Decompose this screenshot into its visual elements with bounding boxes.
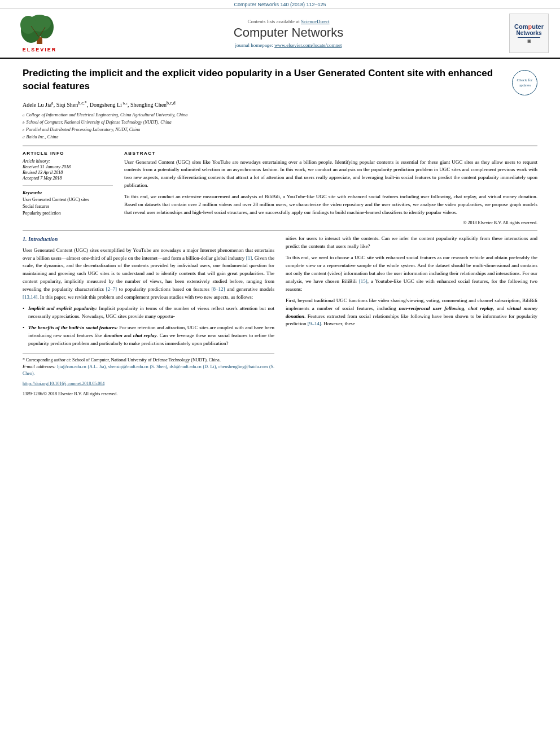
journal-header: ELSEVIER Contents lists available at Sci… [0, 9, 560, 59]
intro-para1: User Generated Content (UGC) sites exemp… [23, 247, 274, 302]
ref-13-14[interactable]: [13,14] [23, 294, 37, 300]
body-right-col: nities for users to interact with the co… [286, 235, 537, 398]
sciencedirect-line: Contents lists available at ScienceDirec… [79, 19, 498, 24]
footnote-emails: E-mail addresses: ljia@cau.edu.cn (A.L. … [23, 364, 274, 377]
journal-header-center: Contents lists available at ScienceDirec… [79, 19, 498, 48]
author-3: Dongsheng Li b,c, [90, 102, 130, 108]
right-col-para1: To this end, we need to choose a UGC sit… [286, 254, 537, 294]
paper-content: Predicting the implicit and the explicit… [0, 59, 560, 404]
affil-c: c Parallel and Distributed Processing La… [23, 126, 537, 134]
affil-d: d Baidu Inc., China [23, 134, 537, 141]
journal-logo-right: Computer Networks ▣ [509, 14, 549, 53]
article-info-heading: ARTICLE INFO [23, 151, 113, 156]
issn-text: 1389-1286/© 2018 Elsevier B.V. All right… [23, 391, 117, 396]
paper-title: Predicting the implicit and the explicit… [23, 67, 504, 93]
keywords-section: Keywords: User Generated Content (UGC) s… [23, 190, 113, 217]
affil-b: b School of Computer, National Universit… [23, 119, 537, 126]
keyword-1: User Generated Content (UGC) sites [23, 196, 113, 203]
abstract-text: User Generated Content (UGC) sites like … [124, 159, 537, 217]
elsevier-tree-icon [14, 15, 65, 46]
copyright: © 2018 Elsevier B.V. All rights reserved… [124, 220, 537, 225]
received-date: Received 31 January 2018 [23, 164, 113, 169]
journal-reference: Computer Networks 140 (2018) 112–125 [234, 2, 326, 7]
keywords-label: Keywords: [23, 190, 113, 195]
elsevier-logo: ELSEVIER [11, 15, 68, 53]
accepted-date: Accepted 7 May 2018 [23, 176, 113, 181]
doi-section: https://doi.org/10.1016/j.comnet.2018.05… [23, 381, 274, 387]
journal-name: Computer Networks [79, 25, 498, 40]
title-section: Predicting the implicit and the explicit… [23, 67, 537, 95]
page: Computer Networks 140 (2018) 112–125 ELS… [0, 0, 560, 404]
article-info-abstract: ARTICLE INFO Article history: Received 3… [23, 151, 537, 226]
svg-point-4 [20, 16, 36, 34]
history-heading: Article history: [23, 159, 113, 164]
keyword-3: Popularity prediction [23, 210, 113, 217]
ref-1[interactable]: [1] [246, 255, 252, 261]
authors-line: Adele Lu Jiaa, Siqi Shenb,c,*, Dongsheng… [23, 100, 537, 110]
keywords-list: User Generated Content (UGC) sites Socia… [23, 196, 113, 217]
email-links[interactable]: ljia@cau.edu.cn (A.L. Jia), shensiqi@nud… [23, 364, 274, 376]
intro-section-title: 1. Introduction [23, 235, 274, 244]
abstract-heading: ABSTRACT [124, 151, 537, 156]
footnote: * Corresponding author at: School of Com… [23, 353, 274, 377]
elsevier-label: ELSEVIER [23, 47, 57, 53]
abstract-col: ABSTRACT User Generated Content (UGC) si… [124, 151, 537, 226]
journal-homepage: journal homepage: www.elsevier.com/locat… [79, 42, 498, 48]
ref-9-14[interactable]: [9–14] [308, 321, 321, 326]
divider-1 [23, 146, 537, 146]
kw-divider [23, 185, 113, 186]
abstract-para2: To this end, we conduct an extensive mea… [124, 193, 537, 217]
author-4: Shengling Chenb,c,d [130, 102, 176, 108]
author-2: Siqi Shenb,c,*, [56, 102, 90, 108]
bullet-implicit-explicit: Implicit and explicit popularity: Implic… [23, 305, 274, 321]
affiliations: a College of Information and Electrical … [23, 112, 537, 141]
ref-15[interactable]: [15] [359, 278, 368, 284]
article-info-col: ARTICLE INFO Article history: Received 3… [23, 151, 113, 226]
body-columns: 1. Introduction User Generated Content (… [23, 235, 537, 398]
right-col-para2: First, beyond traditional UGC functions … [286, 297, 537, 329]
issn-section: 1389-1286/© 2018 Elsevier B.V. All right… [23, 391, 274, 397]
keyword-2: Social features [23, 203, 113, 210]
article-history: Article history: Received 31 January 201… [23, 159, 113, 181]
footnote-star: * Corresponding author at: School of Com… [23, 357, 274, 364]
body-divider [23, 230, 537, 230]
doi-link[interactable]: https://doi.org/10.1016/j.comnet.2018.05… [23, 381, 104, 386]
affil-a: a College of Information and Electrical … [23, 112, 537, 119]
author-1: Adele Lu Jiaa, [23, 102, 56, 108]
abstract-para1: User Generated Content (UGC) sites like … [124, 159, 537, 190]
journal-topbar: Computer Networks 140 (2018) 112–125 [0, 0, 560, 9]
homepage-url[interactable]: www.elsevier.com/locate/comnet [274, 42, 342, 48]
revised-date: Revised 13 April 2018 [23, 170, 113, 175]
ref-2-7[interactable]: [2–7] [106, 286, 117, 292]
body-left-col: 1. Introduction User Generated Content (… [23, 235, 274, 398]
check-for-updates-badge: Check for updates [512, 70, 537, 95]
right-col-cont: nities for users to interact with the co… [286, 235, 537, 251]
sciencedirect-link[interactable]: ScienceDirect [301, 19, 329, 24]
bullet-social-features: The benefits of the built-in social feat… [23, 324, 274, 348]
ref-8-12[interactable]: [8–12] [212, 286, 225, 292]
